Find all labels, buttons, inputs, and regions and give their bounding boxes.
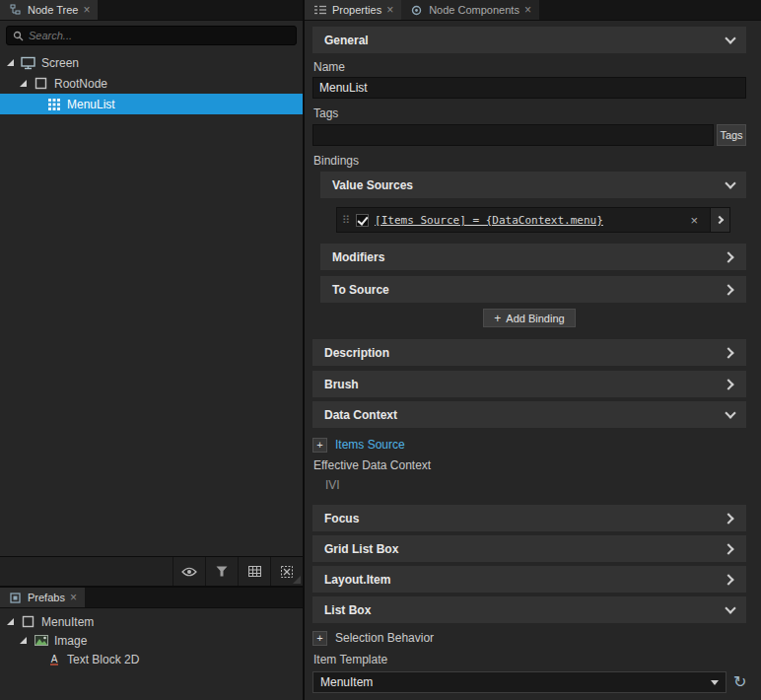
node-tree-toolbar (0, 556, 303, 586)
tree-row-rootnode[interactable]: RootNode (0, 73, 303, 94)
tree-row-text-block[interactable]: A Text Block 2D (0, 650, 303, 668)
close-icon[interactable]: × (83, 4, 90, 16)
remove-binding-icon[interactable]: × (684, 213, 704, 228)
search-area (0, 21, 303, 49)
expander-icon[interactable] (19, 79, 28, 88)
chevron-right-icon (723, 251, 733, 262)
search-icon (13, 31, 24, 41)
image-icon (34, 633, 48, 648)
properties-tabbar: Properties × Node Components × (305, 0, 761, 21)
effective-data-context-label: Effective Data Context (313, 458, 746, 472)
section-title: Data Context (324, 408, 397, 422)
tree-item-label: Screen (41, 56, 79, 70)
grid-view-button[interactable] (238, 557, 270, 586)
chevron-right-icon (723, 574, 733, 585)
node-tree: Screen RootNode MenuList (0, 49, 303, 556)
add-binding-label: Add Binding (506, 313, 564, 324)
add-selection-behavior-button[interactable]: + (312, 631, 327, 646)
tree-row-menulist[interactable]: MenuList (0, 94, 303, 114)
node-tree-tabbar: Node Tree × (0, 0, 303, 21)
properties-icon (312, 3, 327, 18)
section-header-general[interactable]: General (312, 27, 746, 53)
properties-content: General Name Tags Tags Bindings Value So… (305, 21, 761, 700)
chevron-down-icon (725, 33, 735, 43)
expander-icon[interactable] (6, 58, 15, 67)
section-title: Layout.Item (324, 573, 390, 587)
section-title: Value Sources (332, 178, 413, 192)
left-column: Node Tree × Screen (0, 0, 305, 700)
resize-grip[interactable] (293, 576, 301, 584)
section-header-data-context[interactable]: Data Context (312, 401, 746, 428)
section-title: Focus (324, 512, 359, 525)
node-tree-panel: Node Tree × Screen (0, 0, 303, 586)
screen-icon (21, 55, 35, 70)
tree-item-label: MenuItem (41, 615, 94, 629)
tab-prefabs[interactable]: Prefabs × (0, 588, 85, 607)
drag-handle-icon[interactable]: ⠿ (342, 215, 350, 226)
section-header-focus[interactable]: Focus (312, 505, 746, 531)
visibility-toggle-button[interactable] (173, 557, 205, 586)
chevron-right-icon (723, 379, 733, 389)
search-box[interactable] (6, 26, 297, 45)
tab-properties[interactable]: Properties × (305, 0, 401, 20)
section-title: Modifiers (332, 250, 384, 264)
tree-row-image[interactable]: Image (0, 631, 303, 650)
item-template-dropdown[interactable]: MenuItem (312, 671, 726, 693)
tags-row: Tags (312, 124, 746, 146)
binding-row: ⠿ [Items Source] = {DataContext.menu} × (336, 207, 730, 233)
binding-enabled-checkbox[interactable] (356, 214, 369, 227)
plus-icon: + (494, 313, 501, 324)
section-title: To Source (332, 283, 389, 297)
items-source-row: + Items Source (312, 436, 746, 454)
section-header-value-sources[interactable]: Value Sources (320, 172, 746, 198)
items-source-link[interactable]: Items Source (335, 438, 405, 452)
tree-icon (8, 3, 23, 18)
section-title: General (324, 34, 369, 47)
section-header-brush[interactable]: Brush (312, 371, 746, 397)
tab-label: Prefabs (28, 592, 65, 603)
expander-icon[interactable] (6, 617, 15, 626)
dropdown-arrow-icon (711, 680, 719, 685)
add-binding-button[interactable]: + Add Binding (483, 309, 575, 327)
expander-icon[interactable] (19, 636, 28, 645)
name-field[interactable] (312, 77, 746, 99)
expand-binding-button[interactable] (710, 208, 729, 232)
chevron-right-icon (723, 347, 733, 358)
section-header-grid-list-box[interactable]: Grid List Box (312, 535, 746, 562)
chevron-down-icon (725, 602, 735, 613)
section-header-list-box[interactable]: List Box (312, 596, 746, 623)
expander-spacer (32, 100, 40, 108)
section-header-modifiers[interactable]: Modifiers (320, 244, 746, 270)
tab-label: Node Tree (28, 4, 78, 16)
tree-row-menuitem[interactable]: MenuItem (0, 612, 303, 631)
close-icon[interactable]: × (386, 4, 393, 16)
prefabs-tabbar: Prefabs × (0, 588, 303, 608)
tab-label: Properties (332, 4, 381, 16)
section-title: List Box (324, 603, 371, 617)
add-items-source-button[interactable]: + (312, 438, 327, 453)
expander-spacer (32, 655, 40, 664)
effective-data-context-value: IVI (312, 478, 746, 492)
tab-node-components[interactable]: Node Components × (401, 0, 539, 20)
tree-item-label: RootNode (54, 77, 107, 91)
text-icon: A (46, 652, 61, 666)
chevron-right-icon (723, 284, 733, 295)
binding-expression[interactable]: [Items Source] = {DataContext.menu} (375, 214, 678, 227)
selection-behavior-row: + Selection Behavior (312, 629, 746, 647)
section-header-to-source[interactable]: To Source (320, 276, 746, 303)
properties-panel: Properties × Node Components × General N… (305, 0, 761, 700)
chevron-right-icon (715, 216, 723, 224)
close-icon[interactable]: × (524, 4, 531, 16)
section-header-description[interactable]: Description (312, 339, 746, 366)
tags-field[interactable] (312, 124, 714, 146)
components-icon (409, 3, 424, 18)
tree-row-screen[interactable]: Screen (0, 52, 303, 73)
search-input[interactable] (29, 30, 290, 41)
section-header-layout-item[interactable]: Layout.Item (312, 566, 746, 593)
tab-node-tree[interactable]: Node Tree × (0, 0, 98, 20)
reset-icon[interactable]: ↺ (733, 674, 746, 690)
tags-button[interactable]: Tags (717, 124, 746, 146)
item-template-label: Item Template (313, 653, 746, 666)
close-icon[interactable]: × (70, 592, 77, 603)
filter-button[interactable] (205, 557, 238, 586)
